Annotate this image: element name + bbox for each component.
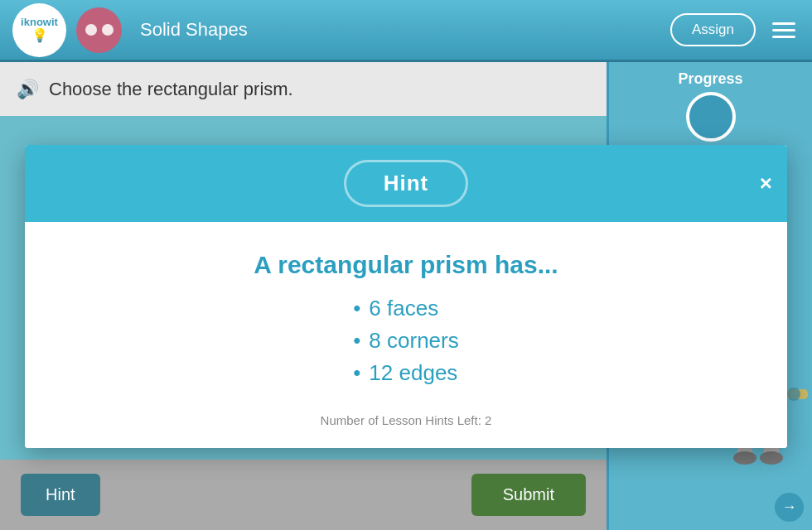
hint-modal-body: A rectangular prism has... • 6 faces • 8… <box>25 222 787 448</box>
logo-container: iknowit 💡 Solid Shapes <box>12 3 248 57</box>
avatar-dot <box>85 24 97 36</box>
avatar-dots <box>85 24 114 36</box>
hint-bullet-faces: • 6 faces <box>353 296 459 321</box>
bullet-dot: • <box>353 360 360 386</box>
hint-bullet-corners: • 8 corners <box>353 328 459 354</box>
hint-modal-title: Hint <box>344 160 469 207</box>
hamburger-line <box>772 36 795 38</box>
hint-bullet-edges: • 12 edges <box>353 360 459 386</box>
hint-footer-text: Number of Lesson Hints Left: 2 <box>321 413 492 427</box>
header-right: Assign <box>670 13 800 46</box>
hint-bullet-edges-text: 12 edges <box>369 360 457 386</box>
assign-button[interactable]: Assign <box>670 13 756 46</box>
avatar-dot <box>102 24 114 36</box>
hint-modal: Hint × A rectangular prism has... • 6 fa… <box>25 145 787 448</box>
hint-bullet-faces-text: 6 faces <box>369 296 438 321</box>
menu-button[interactable] <box>768 18 800 42</box>
hamburger-line <box>772 29 795 31</box>
avatar <box>76 7 122 53</box>
hint-modal-header: Hint × <box>25 145 787 222</box>
bullet-dot: • <box>353 328 360 354</box>
hint-modal-overlay: Hint × A rectangular prism has... • 6 fa… <box>0 62 812 530</box>
logo-text: iknowit <box>21 17 58 27</box>
lesson-title: Solid Shapes <box>140 19 248 41</box>
main-content: 🔊 Choose the rectangular prism. Hint Sub… <box>0 62 812 530</box>
hint-bullet-corners-text: 8 corners <box>369 328 458 354</box>
hint-main-text: A rectangular prism has... <box>254 251 558 279</box>
hamburger-line <box>772 22 795 25</box>
bullet-dot: • <box>353 296 360 321</box>
hint-bullets-list: • 6 faces • 8 corners • 12 edges <box>353 296 459 393</box>
lightbulb-icon: 💡 <box>31 27 48 43</box>
hint-close-button[interactable]: × <box>760 172 772 194</box>
logo-badge: iknowit 💡 <box>12 3 66 57</box>
app-header: iknowit 💡 Solid Shapes Assign <box>0 0 812 62</box>
